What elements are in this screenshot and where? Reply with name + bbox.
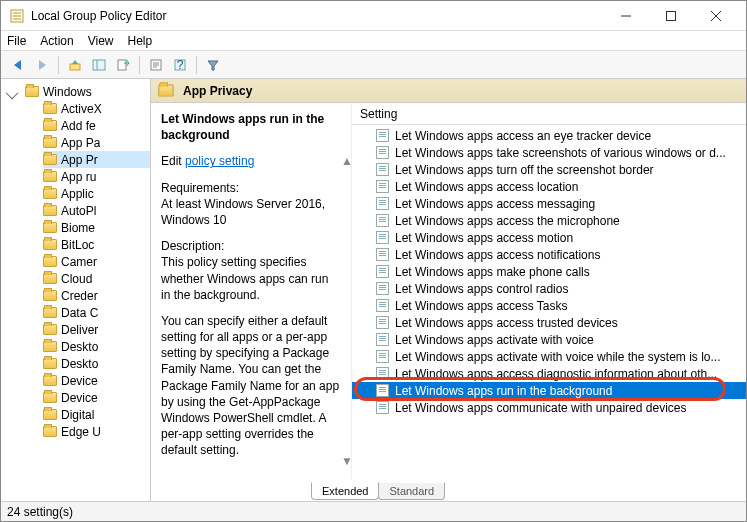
folder-icon xyxy=(43,171,57,182)
tree-item[interactable]: Creder xyxy=(43,287,150,304)
setting-label: Let Windows apps access location xyxy=(395,180,578,194)
policy-icon xyxy=(376,367,389,380)
tree-pane[interactable]: Windows ActiveXAdd feApp PaApp PrApp ruA… xyxy=(1,79,151,501)
tree-item[interactable]: App Pr xyxy=(43,151,150,168)
help-button[interactable]: ? xyxy=(169,54,191,76)
policy-icon xyxy=(376,350,389,363)
folder-icon xyxy=(43,375,57,386)
edit-policy-link[interactable]: policy setting xyxy=(185,154,254,168)
policy-icon xyxy=(376,163,389,176)
tree-item[interactable]: Biome xyxy=(43,219,150,236)
setting-label: Let Windows apps run in the background xyxy=(395,384,612,398)
filter-button[interactable] xyxy=(202,54,224,76)
setting-row[interactable]: Let Windows apps access trusted devices xyxy=(352,314,746,331)
tree-item[interactable]: Deliver xyxy=(43,321,150,338)
tree-item[interactable]: AutoPl xyxy=(43,202,150,219)
tree-item[interactable]: Cloud xyxy=(43,270,150,287)
content-pane: App Privacy Let Windows apps run in the … xyxy=(151,79,746,501)
tab-extended[interactable]: Extended xyxy=(311,482,379,500)
policy-title: Let Windows apps run in the background xyxy=(161,111,341,143)
tree-item[interactable]: Applic xyxy=(43,185,150,202)
tree-item[interactable]: Deskto xyxy=(43,338,150,355)
forward-button[interactable] xyxy=(31,54,53,76)
setting-row[interactable]: Let Windows apps access the microphone xyxy=(352,212,746,229)
folder-icon xyxy=(43,426,57,437)
menu-help[interactable]: Help xyxy=(128,34,153,48)
tree-item-label: Cloud xyxy=(61,272,92,286)
description-text: This policy setting specifies whether Wi… xyxy=(161,255,328,301)
tree-item[interactable]: Camer xyxy=(43,253,150,270)
tree-item-label: App ru xyxy=(61,170,96,184)
column-header-setting[interactable]: Setting xyxy=(352,103,746,125)
setting-row[interactable]: Let Windows apps run in the background xyxy=(352,382,746,399)
setting-row[interactable]: Let Windows apps control radios xyxy=(352,280,746,297)
folder-icon xyxy=(43,239,57,250)
export-button[interactable] xyxy=(112,54,134,76)
folder-icon xyxy=(43,154,57,165)
setting-label: Let Windows apps access messaging xyxy=(395,197,595,211)
back-button[interactable] xyxy=(7,54,29,76)
settings-pane: Setting Let Windows apps access an eye t… xyxy=(351,103,746,479)
menu-view[interactable]: View xyxy=(88,34,114,48)
setting-row[interactable]: Let Windows apps access diagnostic infor… xyxy=(352,365,746,382)
setting-row[interactable]: Let Windows apps access location xyxy=(352,178,746,195)
tree-item[interactable]: Digital xyxy=(43,406,150,423)
setting-row[interactable]: Let Windows apps access an eye tracker d… xyxy=(352,127,746,144)
status-bar: 24 setting(s) xyxy=(1,501,746,521)
tree-item[interactable]: App Pa xyxy=(43,134,150,151)
setting-row[interactable]: Let Windows apps access motion xyxy=(352,229,746,246)
setting-row[interactable]: Let Windows apps make phone calls xyxy=(352,263,746,280)
folder-icon xyxy=(158,84,173,96)
tree-item-label: Biome xyxy=(61,221,95,235)
folder-icon xyxy=(43,392,57,403)
setting-row[interactable]: Let Windows apps access Tasks xyxy=(352,297,746,314)
tree-item[interactable]: ActiveX xyxy=(43,100,150,117)
menu-file[interactable]: File xyxy=(7,34,26,48)
tree-item-label: Edge U xyxy=(61,425,101,439)
tree-item-label: BitLoc xyxy=(61,238,94,252)
requirements-text: At least Windows Server 2016, Windows 10 xyxy=(161,197,325,227)
setting-row[interactable]: Let Windows apps access messaging xyxy=(352,195,746,212)
window-controls xyxy=(603,2,738,30)
settings-list[interactable]: Let Windows apps access an eye tracker d… xyxy=(352,125,746,479)
requirements-block: Requirements: At least Windows Server 20… xyxy=(161,180,341,229)
tree-item[interactable]: Deskto xyxy=(43,355,150,372)
setting-row[interactable]: Let Windows apps communicate with unpair… xyxy=(352,399,746,416)
setting-label: Let Windows apps turn off the screenshot… xyxy=(395,163,654,177)
description-block: Description: This policy setting specifi… xyxy=(161,238,341,303)
policy-icon xyxy=(376,197,389,210)
tree-item-label: Creder xyxy=(61,289,98,303)
setting-label: Let Windows apps access Tasks xyxy=(395,299,568,313)
tree-item[interactable]: Data C xyxy=(43,304,150,321)
show-hide-tree-button[interactable] xyxy=(88,54,110,76)
tree-root-node[interactable]: Windows xyxy=(25,83,150,100)
tree-item[interactable]: Device xyxy=(43,372,150,389)
tree-item[interactable]: App ru xyxy=(43,168,150,185)
maximize-button[interactable] xyxy=(648,2,693,30)
tree-item-label: Device xyxy=(61,374,98,388)
menu-action[interactable]: Action xyxy=(40,34,73,48)
toolbar-separator xyxy=(139,56,140,74)
properties-button[interactable] xyxy=(145,54,167,76)
up-button[interactable] xyxy=(64,54,86,76)
toolbar-separator xyxy=(58,56,59,74)
close-button[interactable] xyxy=(693,2,738,30)
setting-row[interactable]: Let Windows apps turn off the screenshot… xyxy=(352,161,746,178)
tree-item-label: Deskto xyxy=(61,357,98,371)
setting-row[interactable]: Let Windows apps activate with voice whi… xyxy=(352,348,746,365)
title-bar: Local Group Policy Editor xyxy=(1,1,746,31)
setting-row[interactable]: Let Windows apps take screenshots of var… xyxy=(352,144,746,161)
tree-item-label: App Pr xyxy=(61,153,98,167)
setting-row[interactable]: Let Windows apps activate with voice xyxy=(352,331,746,348)
minimize-button[interactable] xyxy=(603,2,648,30)
tree-item[interactable]: Add fe xyxy=(43,117,150,134)
tree-item[interactable]: Device xyxy=(43,389,150,406)
setting-row[interactable]: Let Windows apps access notifications xyxy=(352,246,746,263)
tree-item[interactable]: Edge U xyxy=(43,423,150,440)
tree-item[interactable]: BitLoc xyxy=(43,236,150,253)
folder-icon xyxy=(43,290,57,301)
folder-icon xyxy=(43,341,57,352)
folder-icon xyxy=(43,120,57,131)
tab-standard[interactable]: Standard xyxy=(378,482,445,500)
setting-label: Let Windows apps access diagnostic infor… xyxy=(395,367,717,381)
